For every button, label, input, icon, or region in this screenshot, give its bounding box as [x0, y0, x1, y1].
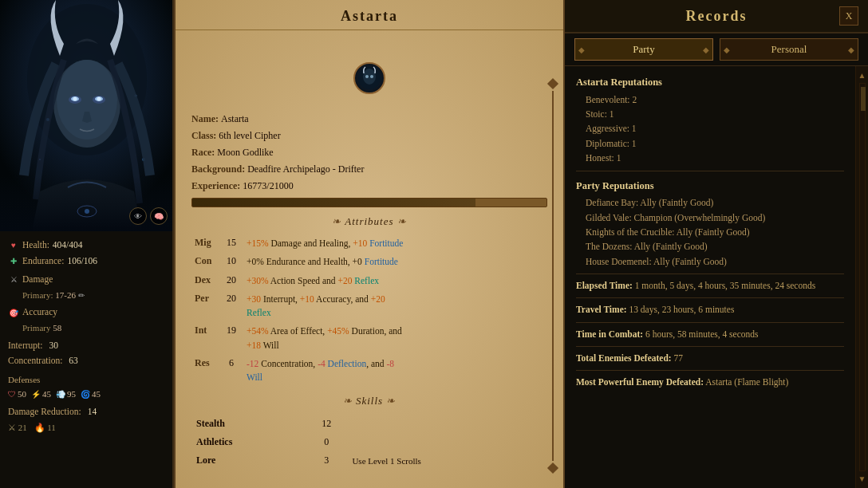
elapsed-time: Elapsed Time: 1 month, 5 days, 4 hours, …: [576, 279, 844, 293]
enemies-value: 77: [674, 353, 684, 363]
accuracy-icon: 🎯: [8, 306, 19, 320]
tab-personal[interactable]: ◆ Personal ◆: [720, 38, 858, 61]
divider-5: [576, 346, 844, 347]
combat-time-value: 6 hours, 58 minutes, 4 seconds: [645, 329, 759, 339]
tab-party-arrow-right: ◆: [703, 45, 709, 54]
character-name-header: Astarta: [341, 8, 398, 24]
reflex-value: 95: [67, 387, 76, 402]
travel-time-value: 13 days, 23 hours, 6 minutes: [629, 305, 734, 314]
health-value: 404/404: [53, 238, 83, 254]
main-panel: Astarta Name: Astarta Class: 6th level C…: [174, 0, 565, 488]
astarta-rep-stoic: Stoic: 1: [576, 107, 844, 121]
svg-point-21: [370, 75, 373, 78]
brain-icon: 🧠: [150, 207, 168, 225]
party-reputations-title: Party Reputations: [576, 178, 844, 195]
elapsed-time-value: 1 month, 5 days, 4 hours, 35 minutes, 24…: [635, 281, 815, 290]
rep-house-doemenel: House Doemenel: Ally (Faintly Good): [576, 254, 844, 269]
divider-3: [576, 297, 844, 298]
experience-label: Experience:: [191, 180, 243, 191]
powerful-enemy-value: Astarta (Flame Blight): [705, 377, 788, 387]
damage-label: Damage: [22, 272, 53, 288]
elapsed-time-label: Elapsed Time:: [576, 281, 633, 290]
name-label: Name:: [191, 113, 221, 124]
svg-point-4: [57, 60, 117, 140]
powerful-enemy-label: Most Powerful Enemy Defeated:: [576, 377, 704, 387]
attr-row-dex: Dex 20 +30% Action Speed and +20 Reflex: [191, 272, 547, 290]
tabs-row: ◆ Party ◆ ◆ Personal ◆: [565, 33, 868, 66]
dr-slash: 21: [18, 423, 27, 432]
class-label: Class:: [191, 130, 219, 141]
race-label: Race:: [191, 147, 217, 158]
records-title: Records: [594, 8, 839, 25]
astarta-rep-benevolent: Benevolent: 2: [576, 92, 844, 107]
attributes-table: Mig 15 +15% Damage and Healing, +10 Fort…: [191, 234, 547, 387]
svg-point-17: [85, 209, 89, 214]
endurance-label: Endurance:: [22, 254, 64, 270]
svg-point-19: [363, 69, 376, 85]
attr-row-int: Int 19 +54% Area of Effect, +45% Duratio…: [191, 322, 547, 355]
right-panel: Records X ◆ Party ◆ ◆ Personal ◆ Astarta…: [565, 0, 868, 488]
tab-party[interactable]: ◆ Party ◆: [574, 38, 713, 61]
rep-gilded-vale: Gilded Vale: Champion (Overwhelmingly Go…: [576, 211, 844, 225]
endurance-value: 106/106: [67, 254, 97, 270]
dr-fire: 11: [47, 423, 56, 432]
attributes-section-title: Attributes: [191, 215, 547, 228]
close-button[interactable]: X: [839, 6, 858, 26]
accuracy-label: Accuracy: [22, 305, 57, 321]
health-label: Health:: [22, 238, 49, 254]
enemies-label: Total Enemies Defeated:: [576, 353, 672, 363]
rep-defiance-bay: Defiance Bay: Ally (Faintly Good): [576, 195, 844, 210]
tab-personal-arrow-right: ◆: [848, 45, 854, 54]
divider-1: [576, 171, 844, 171]
portrait-area: 👁 🧠: [0, 0, 174, 231]
rep-dozens: The Dozens: Ally (Faintly Good): [576, 239, 844, 254]
deflection-value: 50: [18, 387, 26, 402]
experience-bar-fill: [192, 199, 475, 207]
will-value: 45: [92, 387, 101, 402]
skill-row-lore: Lore 3 Use Level 1 Scrolls: [193, 452, 546, 469]
left-panel: 👁 🧠 ♥ Health: 404/404 ✚ Endurance: 106/1…: [0, 0, 174, 488]
main-header: Astarta: [176, 0, 563, 30]
divider-6: [576, 370, 844, 371]
class-value: 6th level Cipher: [219, 130, 280, 141]
experience-value: 16773/21000: [243, 180, 293, 191]
svg-point-10: [97, 97, 101, 101]
scroll-indicator-top: [547, 78, 558, 89]
skills-section-title: Skills: [191, 395, 547, 407]
character-avatar: [353, 62, 385, 94]
divider-4: [576, 322, 844, 323]
records-content: Astarta Reputations Benevolent: 2 Stoic:…: [565, 66, 855, 488]
interrupt-value: 30: [49, 338, 58, 354]
skills-table: Stealth 12 Athletics 0 Lore 3 Use Level …: [191, 414, 547, 470]
tab-party-arrow-left: ◆: [578, 45, 585, 54]
reflex-stat: 💨 95: [56, 387, 76, 402]
attr-row-res: Res 6 -12 Concentration, -4 Deflection, …: [191, 355, 547, 388]
tab-personal-arrow-left: ◆: [724, 45, 730, 54]
scroll-thumb: [861, 87, 866, 111]
right-header: Records X: [565, 0, 868, 33]
damage-primary: 17-26: [55, 290, 76, 300]
interrupt-label: Interrupt:: [8, 338, 42, 354]
combat-time: Time in Combat: 6 hours, 58 minutes, 4 s…: [576, 328, 844, 341]
astarta-rep-diplomatic: Diplomatic: 1: [576, 136, 844, 151]
damage-icon: ⚔: [8, 273, 19, 286]
stats-panel: ♥ Health: 404/404 ✚ Endurance: 106/106 ⚔…: [0, 231, 172, 488]
name-value: Astarta: [221, 113, 249, 124]
rep-knights: Knights of the Crucible: Ally (Faintly G…: [576, 225, 844, 239]
health-icon: ♥: [8, 238, 19, 252]
astarta-reputations-title: Astarta Reputations: [576, 74, 844, 91]
dr-value: 14: [88, 404, 97, 420]
concentration-label: Concentration:: [8, 353, 62, 369]
tab-personal-label: Personal: [771, 43, 807, 55]
scroll-down-arrow[interactable]: ▼: [857, 473, 868, 485]
will-stat: 🌀 45: [81, 387, 101, 402]
deflection-stat: 🛡 50: [8, 387, 26, 402]
records-scrollbar[interactable]: ▲ ▼: [855, 66, 868, 488]
concentration-value: 63: [69, 353, 78, 369]
portrait-icons: 👁 🧠: [129, 207, 168, 225]
accuracy-primary: 58: [53, 323, 61, 333]
scroll-up-arrow[interactable]: ▲: [857, 69, 868, 81]
powerful-enemy: Most Powerful Enemy Defeated: Astarta (F…: [576, 376, 844, 389]
svg-point-20: [365, 75, 369, 78]
race-value: Moon Godlike: [217, 147, 273, 158]
